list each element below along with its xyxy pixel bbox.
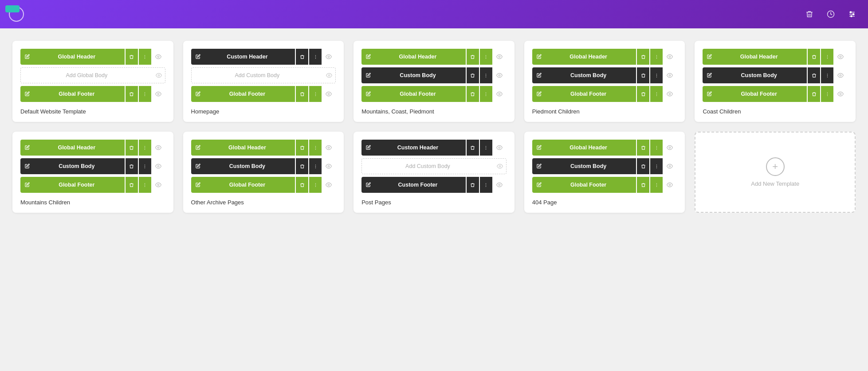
visibility-toggle[interactable] bbox=[493, 49, 506, 65]
delete-row-button[interactable] bbox=[637, 158, 649, 174]
visibility-toggle[interactable] bbox=[834, 86, 847, 102]
edit-custom-button[interactable]: Custom Header bbox=[191, 49, 295, 65]
delete-row-button[interactable] bbox=[808, 86, 820, 102]
eye-icon[interactable] bbox=[153, 67, 165, 83]
delete-row-button[interactable] bbox=[126, 49, 138, 65]
edit-global-button[interactable]: Global Header bbox=[20, 49, 125, 65]
visibility-toggle[interactable] bbox=[322, 158, 335, 174]
delete-row-button[interactable] bbox=[637, 140, 649, 156]
visibility-toggle[interactable] bbox=[152, 177, 165, 193]
visibility-toggle[interactable] bbox=[152, 158, 165, 174]
edit-custom-button[interactable]: Custom Body bbox=[20, 158, 125, 174]
more-options-button[interactable] bbox=[480, 49, 492, 65]
delete-row-button[interactable] bbox=[126, 140, 138, 156]
visibility-toggle[interactable] bbox=[493, 67, 506, 83]
edit-global-button[interactable]: Global Header bbox=[532, 49, 636, 65]
edit-custom-button[interactable]: Custom Body bbox=[532, 158, 636, 174]
delete-row-button[interactable] bbox=[126, 86, 138, 102]
delete-row-button[interactable] bbox=[296, 49, 308, 65]
edit-global-button[interactable]: Global Footer bbox=[532, 177, 636, 193]
more-options-button[interactable] bbox=[139, 49, 151, 65]
eye-icon[interactable] bbox=[494, 158, 506, 174]
edit-global-button[interactable]: Global Footer bbox=[703, 86, 807, 102]
visibility-toggle[interactable] bbox=[664, 49, 676, 65]
more-options-button[interactable] bbox=[139, 158, 151, 174]
visibility-toggle[interactable] bbox=[322, 177, 335, 193]
edit-global-button[interactable]: Global Footer bbox=[191, 86, 295, 102]
more-options-button[interactable] bbox=[650, 158, 663, 174]
visibility-toggle[interactable] bbox=[834, 49, 847, 65]
more-options-button[interactable] bbox=[480, 86, 492, 102]
visibility-toggle[interactable] bbox=[664, 67, 676, 83]
more-options-button[interactable] bbox=[480, 140, 492, 156]
delete-row-button[interactable] bbox=[467, 140, 479, 156]
visibility-toggle[interactable] bbox=[322, 140, 335, 156]
history-button[interactable] bbox=[824, 7, 838, 21]
edit-global-button[interactable]: Global Header bbox=[361, 49, 466, 65]
edit-global-button[interactable]: Global Header bbox=[191, 140, 295, 156]
edit-global-button[interactable]: Global Footer bbox=[532, 86, 636, 102]
edit-custom-button[interactable]: Custom Footer bbox=[361, 177, 466, 193]
more-options-button[interactable] bbox=[309, 158, 322, 174]
edit-custom-button[interactable]: Custom Body bbox=[703, 67, 807, 83]
visibility-toggle[interactable] bbox=[664, 177, 676, 193]
delete-row-button[interactable] bbox=[637, 49, 649, 65]
more-options-button[interactable] bbox=[650, 67, 663, 83]
visibility-toggle[interactable] bbox=[834, 67, 847, 83]
visibility-toggle[interactable] bbox=[664, 86, 676, 102]
add-body-row[interactable]: Add Global Body bbox=[20, 67, 165, 83]
more-options-button[interactable] bbox=[650, 86, 663, 102]
more-options-button[interactable] bbox=[309, 86, 322, 102]
visibility-toggle[interactable] bbox=[493, 177, 506, 193]
visibility-toggle[interactable] bbox=[152, 86, 165, 102]
edit-global-button[interactable]: Global Footer bbox=[20, 86, 125, 102]
more-options-button[interactable] bbox=[821, 49, 833, 65]
add-body-row[interactable]: Add Custom Body bbox=[191, 67, 336, 83]
delete-row-button[interactable] bbox=[808, 67, 820, 83]
visibility-toggle[interactable] bbox=[493, 140, 506, 156]
more-options-button[interactable] bbox=[650, 177, 663, 193]
more-options-button[interactable] bbox=[309, 140, 322, 156]
visibility-toggle[interactable] bbox=[322, 86, 335, 102]
more-options-button[interactable] bbox=[650, 49, 663, 65]
visibility-toggle[interactable] bbox=[664, 140, 676, 156]
delete-row-button[interactable] bbox=[126, 158, 138, 174]
edit-custom-button[interactable]: Custom Body bbox=[361, 67, 466, 83]
delete-row-button[interactable] bbox=[296, 177, 308, 193]
more-options-button[interactable] bbox=[139, 86, 151, 102]
delete-row-button[interactable] bbox=[637, 67, 649, 83]
visibility-toggle[interactable] bbox=[152, 140, 165, 156]
edit-global-button[interactable]: Global Header bbox=[20, 140, 125, 156]
eye-icon[interactable] bbox=[323, 67, 335, 83]
more-options-button[interactable] bbox=[139, 140, 151, 156]
delete-row-button[interactable] bbox=[637, 86, 649, 102]
delete-row-button[interactable] bbox=[296, 158, 308, 174]
more-options-button[interactable] bbox=[480, 177, 492, 193]
edit-global-button[interactable]: Global Footer bbox=[361, 86, 466, 102]
edit-global-button[interactable]: Global Header bbox=[532, 140, 636, 156]
more-options-button[interactable] bbox=[821, 86, 833, 102]
delete-row-button[interactable] bbox=[296, 86, 308, 102]
edit-custom-button[interactable]: Custom Header bbox=[361, 140, 466, 156]
more-options-button[interactable] bbox=[139, 177, 151, 193]
delete-row-button[interactable] bbox=[808, 49, 820, 65]
delete-row-button[interactable] bbox=[126, 177, 138, 193]
more-options-button[interactable] bbox=[650, 140, 663, 156]
delete-row-button[interactable] bbox=[467, 49, 479, 65]
more-options-button[interactable] bbox=[309, 177, 322, 193]
more-options-button[interactable] bbox=[821, 67, 833, 83]
edit-global-button[interactable]: Global Footer bbox=[20, 177, 125, 193]
delete-row-button[interactable] bbox=[467, 67, 479, 83]
add-template-card[interactable]: + Add New Template bbox=[695, 132, 856, 213]
delete-all-button[interactable] bbox=[802, 7, 817, 21]
delete-row-button[interactable] bbox=[467, 177, 479, 193]
visibility-toggle[interactable] bbox=[664, 158, 676, 174]
delete-row-button[interactable] bbox=[467, 86, 479, 102]
visibility-toggle[interactable] bbox=[493, 86, 506, 102]
more-options-button[interactable] bbox=[309, 49, 322, 65]
add-body-row[interactable]: Add Custom Body bbox=[361, 158, 507, 174]
more-options-button[interactable] bbox=[480, 67, 492, 83]
edit-global-button[interactable]: Global Footer bbox=[191, 177, 295, 193]
edit-custom-button[interactable]: Custom Body bbox=[532, 67, 636, 83]
edit-custom-button[interactable]: Custom Body bbox=[191, 158, 295, 174]
